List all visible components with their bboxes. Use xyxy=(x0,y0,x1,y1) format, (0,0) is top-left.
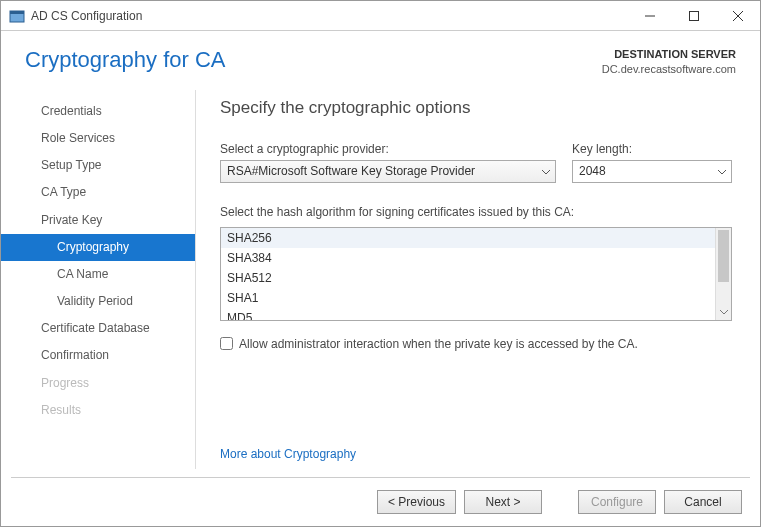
admin-interaction-label: Allow administrator interaction when the… xyxy=(239,337,638,351)
more-about-link[interactable]: More about Cryptography xyxy=(220,447,732,461)
destination-value: DC.dev.recastsoftware.com xyxy=(602,62,736,77)
sidebar-item-ca-type[interactable]: CA Type xyxy=(1,179,196,206)
cancel-button[interactable]: Cancel xyxy=(664,490,742,514)
previous-button[interactable]: < Previous xyxy=(377,490,456,514)
hash-option[interactable]: SHA384 xyxy=(221,248,715,268)
hash-label: Select the hash algorithm for signing ce… xyxy=(220,205,732,219)
destination-label: DESTINATION SERVER xyxy=(602,47,736,62)
wizard-footer: < Previous Next > Configure Cancel xyxy=(1,478,760,526)
destination-server: DESTINATION SERVER DC.dev.recastsoftware… xyxy=(602,47,736,78)
hash-option[interactable]: SHA1 xyxy=(221,288,715,308)
scrollbar[interactable] xyxy=(715,228,731,320)
svg-rect-1 xyxy=(10,11,24,14)
hash-listbox[interactable]: SHA256SHA384SHA512SHA1MD5 xyxy=(220,227,732,321)
hash-option[interactable]: MD5 xyxy=(221,308,715,320)
sidebar-item-role-services[interactable]: Role Services xyxy=(1,125,196,152)
app-icon xyxy=(9,8,25,24)
wizard-header: Cryptography for CA DESTINATION SERVER D… xyxy=(1,31,760,86)
sidebar-item-confirmation[interactable]: Confirmation xyxy=(1,342,196,369)
close-button[interactable] xyxy=(716,1,760,31)
minimize-button[interactable] xyxy=(628,1,672,31)
keylen-label: Key length: xyxy=(572,142,732,156)
provider-label: Select a cryptographic provider: xyxy=(220,142,556,156)
page-subtitle: Specify the cryptographic options xyxy=(220,98,732,118)
sidebar-item-progress: Progress xyxy=(1,370,196,397)
admin-interaction-checkbox[interactable] xyxy=(220,337,233,350)
sidebar-item-private-key[interactable]: Private Key xyxy=(1,207,196,234)
hash-option[interactable]: SHA512 xyxy=(221,268,715,288)
maximize-button[interactable] xyxy=(672,1,716,31)
svg-rect-3 xyxy=(690,11,699,20)
keylen-value: 2048 xyxy=(579,164,606,178)
sidebar-item-certificate-database[interactable]: Certificate Database xyxy=(1,315,196,342)
titlebar: AD CS Configuration xyxy=(1,1,760,31)
page-heading: Cryptography for CA xyxy=(25,47,602,73)
keylen-dropdown[interactable]: 2048 xyxy=(572,160,732,183)
sidebar-item-results: Results xyxy=(1,397,196,424)
sidebar-item-validity-period[interactable]: Validity Period xyxy=(1,288,196,315)
sidebar-item-cryptography[interactable]: Cryptography xyxy=(1,234,196,261)
admin-interaction-checkbox-row[interactable]: Allow administrator interaction when the… xyxy=(220,337,732,351)
chevron-down-icon xyxy=(541,164,551,178)
scrollbar-thumb[interactable] xyxy=(718,230,729,282)
scroll-down-icon[interactable] xyxy=(716,306,731,320)
hash-option[interactable]: SHA256 xyxy=(221,228,715,248)
wizard-sidebar: CredentialsRole ServicesSetup TypeCA Typ… xyxy=(1,86,196,477)
sidebar-item-setup-type[interactable]: Setup Type xyxy=(1,152,196,179)
configure-button[interactable]: Configure xyxy=(578,490,656,514)
window-title: AD CS Configuration xyxy=(31,9,142,23)
sidebar-item-credentials[interactable]: Credentials xyxy=(1,98,196,125)
next-button[interactable]: Next > xyxy=(464,490,542,514)
chevron-down-icon xyxy=(717,164,727,178)
provider-dropdown[interactable]: RSA#Microsoft Software Key Storage Provi… xyxy=(220,160,556,183)
provider-value: RSA#Microsoft Software Key Storage Provi… xyxy=(227,164,475,178)
wizard-main: Specify the cryptographic options Select… xyxy=(196,86,760,477)
sidebar-item-ca-name[interactable]: CA Name xyxy=(1,261,196,288)
